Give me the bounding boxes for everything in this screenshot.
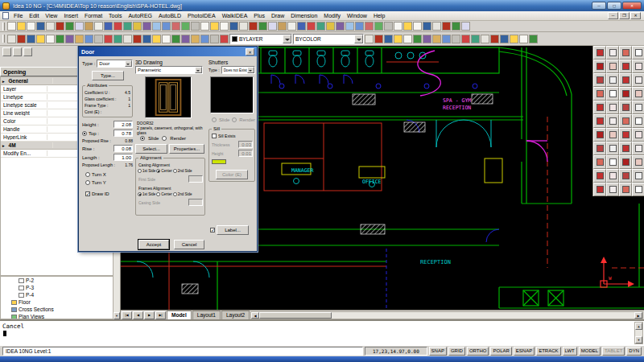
chevron-down-icon[interactable] — [125, 60, 132, 67]
toolbar-icon[interactable] — [394, 22, 402, 31]
layout-nav-button[interactable]: ▶ — [144, 311, 155, 319]
toolbar-icon[interactable] — [632, 142, 644, 155]
toolbar-icon[interactable] — [200, 35, 209, 43]
toolbar-icon[interactable] — [593, 155, 606, 169]
status-toggle-lwt[interactable]: LWT — [563, 347, 577, 356]
toolbar-icon[interactable] — [239, 22, 248, 31]
toolbar-icon[interactable] — [593, 46, 606, 60]
toolbar-icon[interactable] — [36, 22, 45, 31]
minimize-button[interactable]: ─ — [592, 2, 606, 10]
toolbar-icon[interactable] — [593, 73, 606, 87]
toolbar-icon[interactable] — [278, 22, 287, 31]
toolbar-icon[interactable] — [210, 22, 219, 31]
scroll-left-icon[interactable]: ◀ — [251, 312, 259, 319]
status-toggle-grid[interactable]: GRID — [448, 347, 465, 356]
scrollbar-thumb[interactable] — [259, 312, 332, 319]
menu-item-edit[interactable]: Edit — [26, 13, 42, 19]
toolbar-icon[interactable] — [593, 128, 606, 142]
tree-item-cross-sections[interactable]: Cross Sections — [1, 306, 114, 313]
scroll-down-icon[interactable]: ▼ — [114, 312, 120, 319]
toolbar-icon[interactable] — [593, 183, 606, 196]
toolbar-icon[interactable] — [384, 35, 393, 43]
toolbar-icon[interactable] — [632, 87, 644, 101]
toolbar-icon[interactable] — [403, 22, 412, 31]
toolbar-icon[interactable] — [336, 22, 345, 31]
frames-center-radio[interactable] — [156, 192, 160, 196]
dialog-title-bar[interactable]: Door ✕ — [79, 47, 257, 56]
toolbar-icon[interactable] — [46, 35, 55, 43]
toolbar-icon[interactable] — [461, 22, 470, 31]
toolbar-icon[interactable] — [114, 22, 122, 31]
toolbar-icon[interactable] — [519, 35, 528, 43]
toolbar-icon[interactable] — [606, 169, 619, 183]
toolbar-icon[interactable] — [593, 60, 606, 73]
toolbar-icon[interactable] — [632, 183, 644, 196]
door-type-select[interactable]: Door — [97, 60, 133, 68]
label-button[interactable]: Label... — [217, 225, 249, 235]
tree-item-floor[interactable]: Floor — [1, 298, 114, 306]
toolbar-icon[interactable] — [297, 22, 306, 31]
toolbar-icon[interactable] — [423, 35, 431, 43]
toolbar-icon[interactable] — [606, 114, 619, 128]
toolbar-icon[interactable] — [374, 22, 383, 31]
type-button[interactable]: Type... — [92, 71, 124, 80]
toolbar-icon[interactable] — [619, 183, 632, 196]
toolbar-icon[interactable] — [593, 101, 606, 114]
toolbar-icon[interactable] — [46, 22, 55, 31]
toolbar-icon[interactable] — [593, 87, 606, 101]
toolbar-icon[interactable] — [229, 22, 238, 31]
turn-y-radio[interactable] — [85, 180, 90, 185]
os-taskbar[interactable] — [0, 356, 644, 362]
toolbar-icon[interactable] — [200, 22, 209, 31]
toolbar-icon[interactable] — [606, 101, 619, 114]
scroll-down-icon[interactable]: ▼ — [635, 336, 642, 343]
toolbar-icon[interactable] — [619, 128, 632, 142]
toolbar-icon[interactable] — [249, 22, 258, 31]
toolbar-icon[interactable] — [423, 22, 431, 31]
toolbar-icon[interactable] — [171, 35, 180, 43]
toolbar-icon[interactable] — [104, 22, 113, 31]
toolbar-icon[interactable] — [355, 22, 364, 31]
status-toggle-snap[interactable]: SNAP — [429, 347, 447, 356]
scroll-up-icon[interactable]: ▲ — [635, 323, 642, 330]
toolbar-icon[interactable] — [606, 128, 619, 142]
toolbar-icon[interactable] — [7, 35, 16, 43]
menu-item-photoidea[interactable]: PhotoIDEA — [184, 13, 219, 19]
status-toggle-tablet[interactable]: TABLET — [602, 347, 625, 356]
panel-tool-button[interactable] — [2, 47, 11, 56]
toolbar-icon[interactable] — [220, 35, 229, 43]
tree-item-p-2[interactable]: P-2 — [1, 277, 114, 284]
layout-tab-model[interactable]: Model — [167, 311, 192, 319]
toolbar-icon[interactable] — [593, 142, 606, 155]
toolbar-icon[interactable] — [133, 35, 142, 43]
menu-item-plus[interactable]: Plus — [250, 13, 268, 19]
status-toggle-ortho[interactable]: ORTHO — [467, 347, 489, 356]
toolbar-icon[interactable] — [593, 114, 606, 128]
toolbar-icon[interactable] — [384, 22, 393, 31]
status-toggle-model[interactable]: MODEL — [579, 347, 601, 356]
mdi-minimize-button[interactable]: ─ — [608, 12, 618, 19]
toolbar-icon[interactable] — [461, 35, 470, 43]
toolbar-icon[interactable] — [452, 22, 460, 31]
toolbar-icon[interactable] — [94, 35, 103, 43]
toolbar-icon[interactable] — [632, 128, 644, 142]
menu-item-autoreg[interactable]: AutoREG — [125, 13, 155, 19]
toolbar-icon[interactable] — [316, 22, 325, 31]
top-field[interactable]: 0.78 — [114, 130, 133, 137]
toolbar-icon[interactable] — [191, 22, 200, 31]
draw-id-checkbox[interactable] — [85, 191, 90, 196]
title-bar[interactable]: Idea 10 NG - [C:\4M\IDEA\Top 10 reason\E… — [0, 0, 644, 11]
toolbar-icon[interactable] — [307, 22, 316, 31]
chevron-down-icon[interactable] — [247, 67, 254, 73]
panel-tool-button[interactable] — [13, 47, 22, 56]
toolbar-icon[interactable] — [162, 22, 171, 31]
toolbar-icon[interactable] — [619, 142, 632, 155]
menu-item-modify[interactable]: Modify — [320, 13, 344, 19]
toolbar-icon[interactable] — [152, 22, 161, 31]
toolbar-icon[interactable] — [85, 35, 93, 43]
cancel-button[interactable]: Cancel — [174, 240, 204, 249]
render-radio[interactable] — [162, 136, 167, 141]
menu-item-help[interactable]: Help — [370, 13, 388, 19]
toolbar-icon[interactable] — [481, 35, 489, 43]
slide-radio[interactable] — [140, 136, 145, 141]
